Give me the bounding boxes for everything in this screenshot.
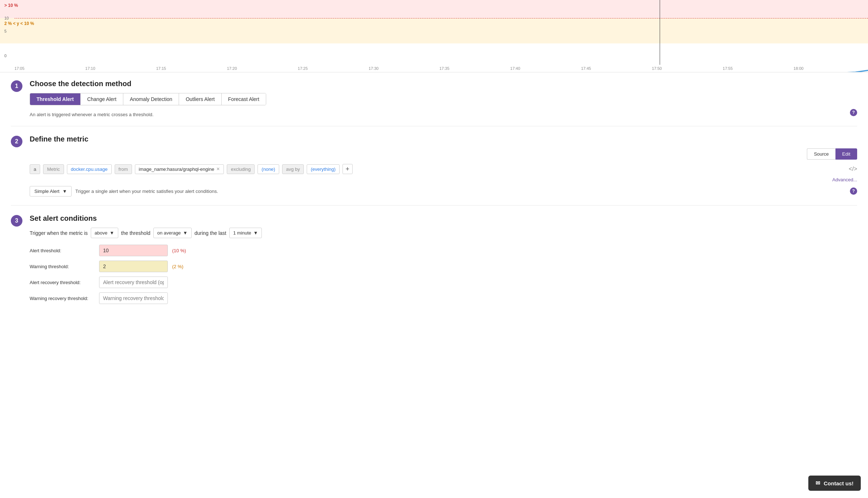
trigger-condition-dropdown[interactable]: above ▼ <box>91 228 118 238</box>
tab-forecast-alert[interactable]: Forecast Alert <box>222 93 266 105</box>
tab-change-alert[interactable]: Change Alert <box>81 93 123 105</box>
add-metric-button[interactable]: + <box>342 164 353 174</box>
trigger-time-dropdown[interactable]: 1 minute ▼ <box>229 228 262 238</box>
chart-line-svg <box>14 0 868 72</box>
step3-content: Set alert conditions Trigger when the me… <box>30 214 857 308</box>
chart-y-10: 10 <box>4 16 9 20</box>
edit-button[interactable]: Edit <box>835 148 857 160</box>
metric-a-label: a <box>30 164 40 174</box>
simple-alert-arrow-icon: ▼ <box>62 189 67 194</box>
step1-circle: 1 <box>11 80 22 92</box>
tab-anomaly-detection[interactable]: Anomaly Detection <box>123 93 179 105</box>
warning-recovery-threshold-row: Warning recovery threshold: <box>30 292 857 304</box>
simple-alert-label: Simple Alert <box>34 189 59 194</box>
detection-method-tabs: Threshold Alert Change Alert Anomaly Det… <box>30 93 266 105</box>
warning-recovery-label: Warning recovery threshold: <box>30 296 95 301</box>
chart-y-0: 0 <box>4 54 7 58</box>
alert-threshold-row: Alert threshold: (10 %) <box>30 245 857 256</box>
advanced-link[interactable]: Advanced... <box>30 177 857 182</box>
tab-threshold-alert[interactable]: Threshold Alert <box>30 93 81 105</box>
step1-title: Choose the detection method <box>30 80 857 88</box>
code-icon[interactable]: </> <box>849 166 857 172</box>
step3-title: Set alert conditions <box>30 214 857 223</box>
simple-alert-row: Simple Alert ▼ Trigger a single alert wh… <box>30 186 857 197</box>
simple-alert-description: Trigger a single alert when your metric … <box>75 189 218 194</box>
tag-text: image_name:hasura/graphql-engine <box>139 166 214 172</box>
trigger-condition-arrow-icon: ▼ <box>110 230 114 236</box>
alert-threshold-input[interactable] <box>99 245 168 256</box>
tab-outliers-alert[interactable]: Outliers Alert <box>179 93 221 105</box>
alert-recovery-threshold-row: Alert recovery threshold: <box>30 277 857 288</box>
warning-threshold-input[interactable] <box>99 261 168 272</box>
alert-threshold-pct: (10 %) <box>172 248 186 253</box>
trigger-threshold-label: the threshold <box>121 230 150 236</box>
avg-by-value[interactable]: (everything) <box>307 164 340 174</box>
avg-by-label: avg by <box>282 164 304 174</box>
tab-description: An alert is triggered whenever a metric … <box>30 112 154 117</box>
source-edit-row: Source Edit <box>30 148 857 160</box>
metric-chart: > 10 % 2 % < y < 10 % 10 5 0 17:05 17:10… <box>0 0 868 72</box>
trigger-time-value: 1 minute <box>233 230 251 236</box>
trigger-condition-row: Trigger when the metric is above ▼ the t… <box>30 228 857 238</box>
warning-threshold-label: Warning threshold: <box>30 264 95 269</box>
step1-section: 1 Choose the detection method Threshold … <box>11 80 857 126</box>
metric-tag-value[interactable]: image_name:hasura/graphql-engine ✕ <box>135 164 224 174</box>
trigger-during-label: during the last <box>195 230 226 236</box>
step1-content: Choose the detection method Threshold Al… <box>30 80 857 117</box>
chart-y-5: 5 <box>4 29 7 33</box>
main-content: 1 Choose the detection method Threshold … <box>0 72 868 333</box>
alert-recovery-label: Alert recovery threshold: <box>30 280 95 285</box>
warning-threshold-row: Warning threshold: (2 %) <box>30 261 857 272</box>
trigger-on-arrow-icon: ▼ <box>183 230 188 236</box>
step2-section: 2 Define the metric Source Edit a Metric… <box>11 135 857 206</box>
step1-help-icon[interactable]: ? <box>850 109 857 116</box>
simple-alert-dropdown[interactable]: Simple Alert ▼ <box>30 186 72 197</box>
alert-threshold-label: Alert threshold: <box>30 248 95 253</box>
trigger-on-value: on average <box>157 230 181 236</box>
metric-keyword: Metric <box>43 164 64 174</box>
trigger-time-arrow-icon: ▼ <box>254 230 258 236</box>
source-button[interactable]: Source <box>807 148 835 160</box>
step3-circle: 3 <box>11 215 22 227</box>
trigger-condition-value: above <box>95 230 107 236</box>
step2-help-icon[interactable]: ? <box>850 187 857 195</box>
excluding-label: excluding <box>227 164 255 174</box>
warning-threshold-pct: (2 %) <box>172 264 183 269</box>
step2-content: Define the metric Source Edit a Metric d… <box>30 135 857 197</box>
trigger-on-dropdown[interactable]: on average ▼ <box>153 228 192 238</box>
chart-x-labels: 17:05 17:10 17:15 17:20 17:25 17:30 17:3… <box>14 66 864 71</box>
warning-recovery-input[interactable] <box>99 292 168 304</box>
from-label: from <box>115 164 132 174</box>
metric-definition-row: a Metric docker.cpu.usage from image_nam… <box>30 164 857 174</box>
step2-circle: 2 <box>11 136 22 147</box>
step2-title: Define the metric <box>30 135 857 143</box>
alert-recovery-input[interactable] <box>99 277 168 288</box>
excluding-value[interactable]: (none) <box>258 164 279 174</box>
metric-name-value[interactable]: docker.cpu.usage <box>67 164 112 174</box>
trigger-prefix: Trigger when the metric is <box>30 230 88 236</box>
step3-section: 3 Set alert conditions Trigger when the … <box>11 214 857 317</box>
tag-remove-btn[interactable]: ✕ <box>216 166 220 172</box>
